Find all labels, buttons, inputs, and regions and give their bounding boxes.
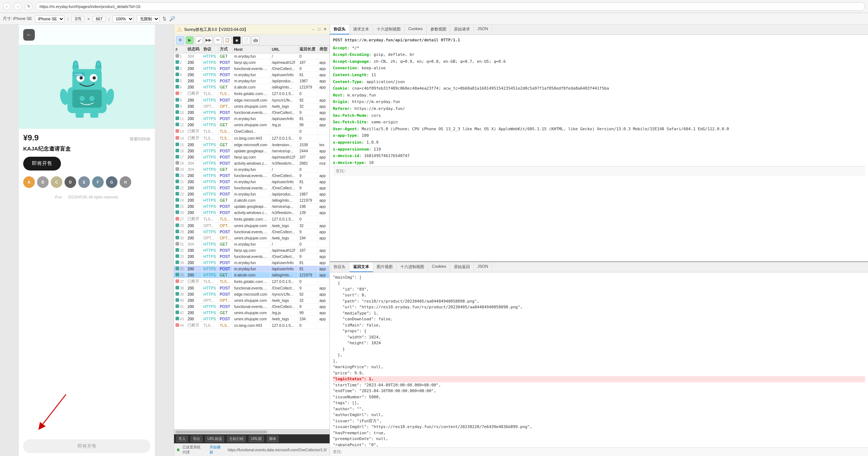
settings-icon[interactable]: ⚙	[176, 36, 184, 44]
buy-button[interactable]: 即将开售	[23, 157, 61, 171]
table-row[interactable]: 11 200 HTTPS POST m.eryday.fun /api/user…	[174, 116, 330, 122]
horizontal-scrollbar[interactable]	[174, 429, 330, 434]
proxy-btn[interactable]: URL限	[249, 436, 264, 442]
table-row[interactable]: 12 200 HTTPS GET umini.shujupie.com /eg.…	[174, 122, 330, 128]
table-row[interactable]: 19 304 HTTPS GET m.eryday.fun / 0	[174, 167, 330, 173]
table-row[interactable]: 26 200 HTTPS POST activity.windows.com /…	[174, 210, 330, 216]
tab-headers[interactable]: 协议头	[330, 25, 350, 34]
cell-protocol: HTTPS	[202, 229, 218, 235]
minimize-btn[interactable]: －	[311, 27, 315, 32]
table-row[interactable]: 6 200 HTTPS GET d.alicdn.com /alilog/mlo…	[174, 84, 330, 90]
table-row[interactable]: 44 已断开 TLS... TLS... cn.bing.com:443 127…	[174, 322, 330, 329]
tab-resp-cookies[interactable]: Cookies	[428, 262, 450, 272]
maximize-btn[interactable]: □	[318, 27, 321, 32]
table-row[interactable]: 14 已断开 TLS... TLS... cn.bing.com:443 127…	[174, 135, 330, 142]
tab-resp-text[interactable]: 返回文本	[350, 262, 373, 272]
table-row[interactable]: 2 200 HTTPS POST fanyi.qq.com /api/reaut…	[174, 59, 330, 66]
table-row[interactable]: 32 200 HTTPS POST fanyi.qq.com /api/reau…	[174, 247, 330, 254]
edit-icon[interactable]: ✏	[214, 36, 222, 44]
filter-btn[interactable]: 主机行程	[227, 436, 246, 442]
phone-back-btn[interactable]: ←	[23, 29, 35, 41]
doc-icon[interactable]: 📄	[242, 36, 250, 44]
cell-status: 200	[186, 179, 202, 185]
table-row[interactable]: 22 200 HTTPS POST functional.events.da..…	[174, 185, 330, 191]
terminal-icon[interactable]: ■	[233, 36, 241, 44]
inspect-icon[interactable]: 🔎	[169, 16, 175, 21]
tab-request-text[interactable]: 请求文本	[350, 25, 373, 34]
close-btn[interactable]: ✕	[323, 27, 327, 32]
android-icon[interactable]: 🤖	[252, 36, 260, 44]
table-row[interactable]: 25 200 HTTPS POST update.googleapis.com …	[174, 204, 330, 210]
table-row[interactable]: 27 已断开 TLS... TLS... fonts.gstatic.com:4…	[174, 216, 330, 223]
table-row[interactable]: 42 200 HTTPS GET umini.shujupie.com /eg.…	[174, 310, 330, 316]
table-row[interactable]: 29 200 HTTPS POST functional.events.da..…	[174, 229, 330, 235]
script-btn[interactable]: 脚本	[267, 436, 278, 442]
table-row[interactable]: 34 200 HTTPS POST m.eryday.fun /api/user…	[174, 260, 330, 266]
avatar-7: G	[106, 176, 117, 188]
network-request-table[interactable]: # 状态码 协议 方式 Host URL 返回长度 类型 1 304 HTTPS…	[174, 46, 330, 429]
table-row[interactable]: 24 200 HTTPS GET d.alicdn.com /alilog/ml…	[174, 197, 330, 204]
tab-resp-image[interactable]: 图片视图	[373, 262, 397, 272]
tab-json[interactable]: JSON	[474, 25, 492, 34]
table-row[interactable]: 23 200 HTTPS POST m.eryday.fun /api/prod…	[174, 191, 330, 197]
tab-hex-view[interactable]: 十六进制视图	[373, 25, 405, 34]
tab-resp-json[interactable]: JSON	[474, 262, 492, 272]
device-select[interactable]: iPhone SE	[35, 15, 65, 22]
refresh-tool-icon[interactable]: ▶	[186, 36, 194, 44]
table-row[interactable]: 16 200 HTTPS POST update.googleapis.com …	[174, 148, 330, 154]
tab-params[interactable]: 参数视图	[427, 25, 450, 34]
response-json-line: "mainImg": [	[333, 275, 865, 281]
table-row[interactable]: 36 200 HTTPS GET d.alicdn.com /alilog/ml…	[174, 272, 330, 278]
export-btn[interactable]: 导出	[191, 436, 202, 442]
table-row[interactable]: 17 200 HTTPS POST fanyi.qq.com /api/reau…	[174, 154, 330, 160]
table-row[interactable]: 9 200 OPT... OPT... umini.shujupie.com /…	[174, 103, 330, 110]
table-row[interactable]: 13 已断开 TLS... TLS... OneCollect... 0	[174, 128, 330, 135]
tab-resp-headers[interactable]: 协议头	[330, 262, 350, 272]
table-row[interactable]: 18 304 HTTPS POST activity.windows.com /…	[174, 160, 330, 167]
constraint-select[interactable]: 无限制	[137, 15, 160, 22]
table-row[interactable]: 41 200 HTTPS POST functional.events.da..…	[174, 304, 330, 310]
table-row[interactable]: 15 200 HTTPS GET edge.microsoft.com /ext…	[174, 142, 330, 148]
table-row[interactable]: 28 200 OPT... OPT... umini.shujupie.com …	[174, 223, 330, 229]
table-row[interactable]: 39 200 HTTPS POST edge.microsoft.com /sy…	[174, 291, 330, 297]
table-row[interactable]: 7 已断开 TLS... TLS... fonts.gstatic.com:44…	[174, 90, 330, 97]
back-button[interactable]: ←	[3, 3, 11, 11]
tab-cookies[interactable]: Cookies	[405, 25, 427, 34]
import-btn[interactable]: 导入	[176, 436, 188, 442]
tab-resp-hex[interactable]: 十六进制视图	[397, 262, 428, 272]
table-row[interactable]: 10 200 HTTPS POST functional.events.da..…	[174, 110, 330, 116]
height-input[interactable]	[92, 16, 106, 22]
url-bar[interactable]: https://m.eryday.fun/#/pages/index/produ…	[36, 2, 865, 11]
refresh-button[interactable]: ↻	[25, 3, 33, 11]
tab-resp-raw[interactable]: 原始返回	[450, 262, 474, 272]
table-row[interactable]: 21 200 HTTPS POST m.eryday.fun /api/user…	[174, 179, 330, 185]
table-row[interactable]: 5 200 HTTPS POST m.eryday.fun /api/produ…	[174, 78, 330, 84]
table-row[interactable]: 1 304 HTTPS GET m.eryday.fun / 0	[174, 53, 330, 59]
clear-btn[interactable]: URL筛选	[205, 436, 224, 442]
cell-method: POST	[218, 204, 233, 210]
table-row[interactable]: 20 200 HTTPS POST functional.events.da..…	[174, 173, 330, 179]
table-row[interactable]: 4 200 HTTPS POST m.eryday.fun /api/user/…	[174, 72, 330, 78]
table-row[interactable]: 35 200 HTTPS POST m.eryday.fun /api/user…	[174, 266, 330, 272]
paint-icon[interactable]: 🖌	[195, 36, 203, 44]
table-row[interactable]: 30 200 OPT... OPT... umini.shujupie.com …	[174, 235, 330, 241]
table-row[interactable]: 40 200 OPT... OPT... umini.shujupie.com …	[174, 297, 330, 304]
copy-icon[interactable]: 📋	[223, 36, 231, 44]
table-row[interactable]: 43 200 HTTPS POST umini.shujupie.com /we…	[174, 316, 330, 322]
capture-btn[interactable]: 开始捕获	[210, 445, 222, 455]
table-row[interactable]: 33 200 HTTPS POST functional.events.da..…	[174, 254, 330, 260]
table-row[interactable]: 3 200 HTTPS POST functional.events.da...…	[174, 66, 330, 72]
tab-raw-request[interactable]: 原始请求	[450, 25, 474, 34]
width-input[interactable]	[71, 16, 84, 22]
table-row[interactable]: 37 已断开 TLS... TLS... fonts.gstatic.com:4…	[174, 278, 330, 285]
coming-soon-button[interactable]: 即将开售	[23, 439, 150, 453]
zoom-select[interactable]: 100%	[112, 15, 134, 22]
forward-tool-icon[interactable]: ▶▶	[204, 36, 212, 44]
response-json-line: "logicStatus": 1,	[333, 376, 865, 382]
table-row[interactable]: 38 200 HTTPS POST functional.events.da..…	[174, 285, 330, 291]
table-row[interactable]: 31 304 HTTPS GET m.eryday.fun / 0	[174, 241, 330, 247]
rotate-icon[interactable]: ⇅	[162, 16, 166, 21]
forward-button[interactable]: →	[14, 3, 22, 11]
table-row[interactable]: 8 200 HTTPS POST edge.microsoft.com /syn…	[174, 97, 330, 103]
cell-num: 16	[174, 148, 186, 154]
